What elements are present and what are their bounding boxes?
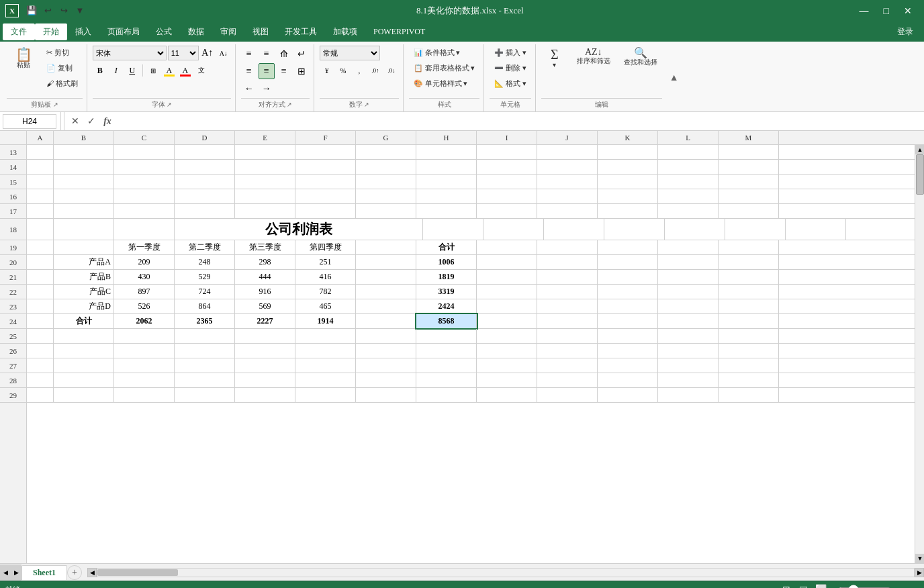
menu-item-formulas[interactable]: 公式 [148,23,180,40]
cell-l17[interactable] [658,204,719,218]
cell-g13[interactable] [356,145,416,159]
row-num-21[interactable]: 21 [0,270,26,285]
cell-f15[interactable] [295,175,356,189]
cell-g16[interactable] [356,189,416,203]
tab-scroll-left-button[interactable]: ◀ [0,565,11,581]
row-num-20[interactable]: 20 [0,255,26,270]
cell-f22[interactable]: 782 [295,285,356,299]
cell-a18[interactable] [27,219,54,240]
cell-h22[interactable]: 3319 [416,285,477,299]
cell-i13[interactable] [477,145,537,159]
sheet-tab-sheet1[interactable]: Sheet1 [21,565,67,580]
cell-c17[interactable] [114,204,175,218]
cell-m17[interactable] [719,204,779,218]
col-header-j[interactable]: J [537,131,598,144]
cell-m19[interactable] [719,240,779,254]
conditional-format-button[interactable]: 📊 条件格式 ▾ [409,46,465,60]
cell-c22[interactable]: 897 [114,285,175,299]
row-num-22[interactable]: 22 [0,285,26,299]
col-header-g[interactable]: G [356,131,416,144]
cell-styles-button[interactable]: 🎨 单元格样式 ▾ [409,77,473,91]
minimize-button[interactable]: — [853,3,876,19]
col-header-f[interactable]: F [295,131,356,144]
cell-f19[interactable]: 第四季度 [295,240,356,254]
cell-f17[interactable] [295,204,356,218]
cell-e15[interactable] [235,175,295,189]
font-color-button[interactable]: A [178,63,193,78]
table-format-button[interactable]: 📋 套用表格格式 ▾ [409,61,480,75]
copy-button[interactable]: 📄 复制 [42,61,83,75]
cell-j22[interactable] [537,285,598,299]
menu-item-home[interactable]: 开始 [35,23,67,40]
cell-k19[interactable] [598,240,658,254]
col-header-k[interactable]: K [598,131,658,144]
row-num-18[interactable]: 18 [0,219,26,240]
border-button[interactable]: ⊞ [146,63,160,78]
cell-l24[interactable] [658,314,719,328]
cancel-icon[interactable]: ✕ [68,115,82,128]
cell-i21[interactable] [477,270,537,284]
cell-b19[interactable] [54,240,114,254]
menu-item-powerpivot[interactable]: POWERPIVOT [365,24,433,40]
col-header-d[interactable]: D [175,131,235,144]
cell-l20[interactable] [658,255,719,269]
align-top-right-button[interactable]: ⟰ [276,46,292,62]
cell-a24[interactable] [27,314,54,328]
cell-h21[interactable]: 1819 [416,270,477,284]
cell-e21[interactable]: 444 [235,270,295,284]
cell-c18[interactable] [114,219,175,240]
cell-m15[interactable] [719,175,779,189]
cell-b20[interactable]: 产品A [54,255,114,269]
wrap-text-button[interactable]: ↵ [293,46,310,62]
cell-b18[interactable] [54,219,114,240]
fill-color-button[interactable]: A [162,63,177,78]
cell-m18[interactable] [786,219,846,240]
cell-i19[interactable] [477,240,537,254]
cell-l21[interactable] [658,270,719,284]
row-num-17[interactable]: 17 [0,204,26,219]
cell-a13[interactable] [27,145,54,159]
cell-m16[interactable] [719,189,779,203]
scroll-up-button[interactable]: ▲ [915,145,924,154]
cell-h24[interactable]: 8568 [416,314,477,328]
cell-l18[interactable] [725,219,786,240]
cell-k15[interactable] [598,175,658,189]
cell-c24[interactable]: 2062 [114,314,175,328]
number-format-select[interactable]: 常规 [320,46,380,60]
page-break-view-button[interactable]: ⬜ [814,583,829,589]
cell-h20[interactable]: 1006 [416,255,477,269]
cell-a14[interactable] [27,160,54,174]
cell-l19[interactable] [658,240,719,254]
row-num-28[interactable]: 28 [0,373,26,388]
cell-j16[interactable] [537,189,598,203]
merge-button[interactable]: ⊞ [293,63,310,79]
cell-h17[interactable] [416,204,477,218]
h-scroll-left-button[interactable]: ◀ [87,568,97,577]
underline-button[interactable]: U [125,63,140,78]
cell-j20[interactable] [537,255,598,269]
col-header-h[interactable]: H [416,131,477,144]
row-num-15[interactable]: 15 [0,175,26,189]
cell-e16[interactable] [235,189,295,203]
cell-c20[interactable]: 209 [114,255,175,269]
cell-k13[interactable] [598,145,658,159]
sort-filter-button[interactable]: AZ↓ 排序和筛选 [572,46,615,66]
cell-h15[interactable] [416,175,477,189]
cell-j23[interactable] [537,299,598,313]
cell-c15[interactable] [114,175,175,189]
align-right-button[interactable]: ≡ [276,63,292,79]
add-sheet-button[interactable]: + [67,565,82,580]
dec-inc-button[interactable]: .0↑ [368,63,383,78]
cell-j18[interactable] [604,219,665,240]
ribbon-collapse-button[interactable]: ▲ [667,44,681,111]
cell-d18[interactable]: 公司利润表 [175,219,423,240]
col-header-m[interactable]: M [719,131,779,144]
cell-k21[interactable] [598,270,658,284]
page-layout-view-button[interactable]: ▣ [796,583,811,589]
cell-d13[interactable] [175,145,235,159]
cell-d15[interactable] [175,175,235,189]
cell-d17[interactable] [175,204,235,218]
cell-a16[interactable] [27,189,54,203]
row-num-23[interactable]: 23 [0,299,26,314]
cell-b13[interactable] [54,145,114,159]
